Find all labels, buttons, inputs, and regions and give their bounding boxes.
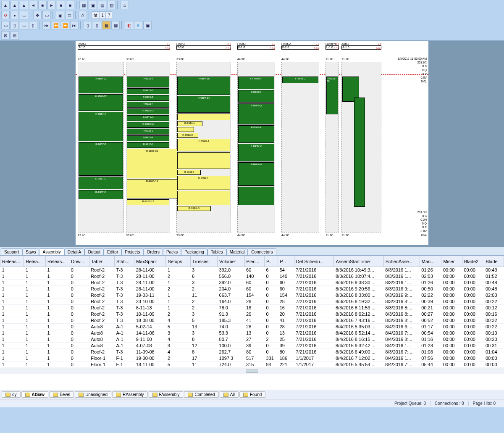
table-row[interactable]: 1110Roof-2T-318-08-0045185.3410417/21/20… — [0, 317, 504, 324]
tool-ht[interactable]: ht — [92, 11, 99, 19]
schedule-block[interactable]: R-9807-15 — [177, 77, 230, 95]
list-icon[interactable]: ≡ — [134, 21, 142, 29]
table-row[interactable]: 1110Roof-2T-328-11-0013392.0600607/21/20… — [0, 280, 504, 286]
table-row[interactable]: 1110Roof-2T-323-10-0012164.0280287/21/20… — [0, 298, 504, 305]
schedule-block[interactable]: F4-9646-F — [238, 77, 274, 89]
schedule-block[interactable]: R-9857-C — [79, 177, 123, 189]
table-row[interactable]: 1110Auto8A-114-11-063353.3130137/21/2016… — [0, 330, 504, 336]
schedule-block[interactable]: F-8645-J — [282, 77, 318, 83]
col-header[interactable]: Stati... — [114, 256, 134, 267]
schedule-block[interactable]: R-9915-12 — [127, 199, 169, 205]
schedule-block[interactable]: R-9916-N — [177, 121, 202, 126]
table-row[interactable]: 1110Roof-2T-319-03-11111663.715401547/21… — [0, 292, 504, 298]
schedule-block[interactable] — [354, 98, 365, 207]
table-row[interactable]: 1110Roof-2T-328-11-0026556.014001407/21/… — [0, 273, 504, 280]
col-header[interactable]: Piec... — [244, 256, 264, 267]
schedule-block[interactable]: R-9805-01 — [127, 149, 177, 178]
col-header[interactable]: Dow... — [69, 256, 89, 267]
schedule-block[interactable]: R-9915-J — [127, 142, 169, 148]
table-row[interactable]: 1110Floor-1F-119-00-002171097.3517331186… — [0, 355, 504, 362]
schedule-block[interactable]: R-9915-R — [127, 95, 169, 101]
tool-c2[interactable]: ▯ — [10, 21, 19, 29]
tool-b1[interactable]: ↺ — [1, 11, 10, 19]
schedule-block[interactable]: R-9915-P — [127, 102, 169, 108]
filter-tab-atsaw[interactable]: AtSaw — [21, 391, 49, 398]
grid-icon[interactable]: ▦ — [111, 21, 120, 29]
schedule-block[interactable]: R-9915-T — [127, 77, 169, 87]
schedule-block[interactable]: R-9807-32 — [79, 94, 123, 111]
schedule-block[interactable]: R-9916-G — [177, 206, 211, 211]
grid-wrap[interactable]: Releas...Relea...Releas...Dow...Table:St… — [0, 255, 504, 390]
schedule-block[interactable]: R-9857-B — [79, 142, 123, 176]
tool-b5[interactable]: ▭ — [42, 11, 51, 19]
data-grid[interactable]: Releas...Relea...Releas...Dow...Table:St… — [0, 256, 504, 368]
filter-tab-dy[interactable]: dy — [2, 391, 21, 398]
col-header[interactable]: Trusses: — [190, 256, 218, 267]
schedule-block[interactable]: R-9916-00 — [326, 77, 338, 114]
tool-a5[interactable]: ■ — [38, 1, 47, 9]
table-row[interactable]: 1110Roof-2T-38-11-131278.0160167/21/2016… — [0, 305, 504, 311]
tool-c1[interactable]: ▭ — [1, 21, 10, 29]
col-header[interactable]: Releas... — [0, 256, 24, 267]
schedule-block[interactable]: R-9916-H — [177, 176, 230, 190]
tool-b7[interactable]: □ — [65, 11, 74, 19]
tool-b3[interactable]: ▭ — [20, 11, 28, 19]
last-icon[interactable]: ⏭ — [70, 21, 79, 29]
filter-tab-completed[interactable]: Completed — [184, 391, 218, 398]
schedule-block[interactable]: R-9915-O — [127, 108, 169, 114]
schedule-block[interactable]: F-8645-R — [238, 90, 274, 103]
table-row[interactable]: 1110Floor-1F-118-11-00511724.0315942211/… — [0, 362, 504, 368]
col-header[interactable]: SchedAsse... — [383, 256, 420, 267]
col-header[interactable]: P... — [278, 256, 294, 267]
tool-a4[interactable]: ◄ — [29, 1, 37, 9]
tool-a9[interactable]: ▦ — [79, 1, 88, 9]
col-header[interactable]: Blade2 — [462, 256, 484, 267]
table-row[interactable]: 1110Auto8A-19-11-004880.7272257/21/20168… — [0, 336, 504, 343]
pointer-icon[interactable]: ▸ — [10, 11, 19, 19]
table-row[interactable]: 1110Roof-2T-328-11-0022204.0600607/21/20… — [0, 286, 504, 292]
tool-c9[interactable]: ▯ — [84, 21, 92, 29]
schedule-block[interactable]: R-9857-A — [79, 112, 123, 141]
tool-d1[interactable]: ⊠ — [1, 31, 10, 40]
tool-a2[interactable]: ▲ — [10, 1, 19, 9]
tool-a13[interactable]: ⌂ — [121, 1, 129, 9]
tool-a10[interactable]: ▣ — [89, 1, 97, 9]
schedule-block[interactable]: R-9805-13 — [127, 179, 177, 198]
schedule-block[interactable]: R-9915-M — [127, 122, 169, 128]
schedule-block[interactable]: R-9915-S — [127, 88, 169, 94]
col-header[interactable]: Releas... — [45, 256, 69, 267]
table-row[interactable]: 1110Roof-2T-311-09-0848262.7800807/21/20… — [0, 349, 504, 355]
table-row[interactable]: 1110Auto8A-15-02-1451374.0280287/21/2016… — [0, 324, 504, 330]
tab-support[interactable]: Support — [1, 248, 22, 255]
schedule-block[interactable]: R-9915-N — [127, 115, 169, 121]
col-header[interactable]: Table: — [89, 256, 114, 267]
scheduler-canvas[interactable]: 8/5/2016 11:00:00 AM201.9C0 S0 Q0 P0.0V0… — [76, 41, 428, 245]
eraser-icon[interactable]: ◧ — [125, 21, 133, 29]
tab-packs[interactable]: Packs — [163, 248, 181, 255]
schedule-block[interactable] — [177, 152, 230, 169]
copy-icon[interactable]: ▣ — [143, 21, 152, 29]
tab-connectors[interactable]: Connectors — [248, 248, 276, 255]
col-header[interactable]: AssemStartTime: — [334, 256, 383, 267]
tool-a3[interactable]: ▲ — [20, 1, 28, 9]
schedule-block[interactable] — [177, 127, 194, 132]
tool-d2[interactable]: ⊞ — [10, 31, 19, 40]
tool-c11[interactable]: ▦ — [102, 21, 110, 29]
table-row[interactable]: 1110Auto8A-14-07-08312100.0390397/21/201… — [0, 343, 504, 349]
schedule-block[interactable] — [238, 187, 274, 205]
schedule-block[interactable] — [177, 114, 230, 120]
hscroll-thumb[interactable] — [246, 370, 258, 373]
tool-a7[interactable]: ■ — [57, 1, 65, 9]
table-row[interactable]: 1110Roof-2T-310-11-092391.3200207/21/201… — [0, 311, 504, 317]
print-icon[interactable]: ⎙ — [79, 11, 87, 19]
schedule-block[interactable]: R-9807-14 — [177, 96, 230, 113]
col-header[interactable]: Blade — [484, 256, 504, 267]
tool-c10[interactable]: ▯ — [93, 21, 101, 29]
tool-c4[interactable]: ▯ — [29, 21, 37, 29]
filter-tab-all[interactable]: All — [220, 391, 239, 398]
tool-a11[interactable]: ▤ — [98, 1, 106, 9]
schedule-block[interactable]: R-9915-K — [127, 135, 169, 141]
schedule-block[interactable]: F-8645-O — [238, 144, 274, 161]
tab-assembly[interactable]: Assembly — [39, 248, 64, 255]
filter-tab-found[interactable]: Found — [239, 391, 265, 398]
